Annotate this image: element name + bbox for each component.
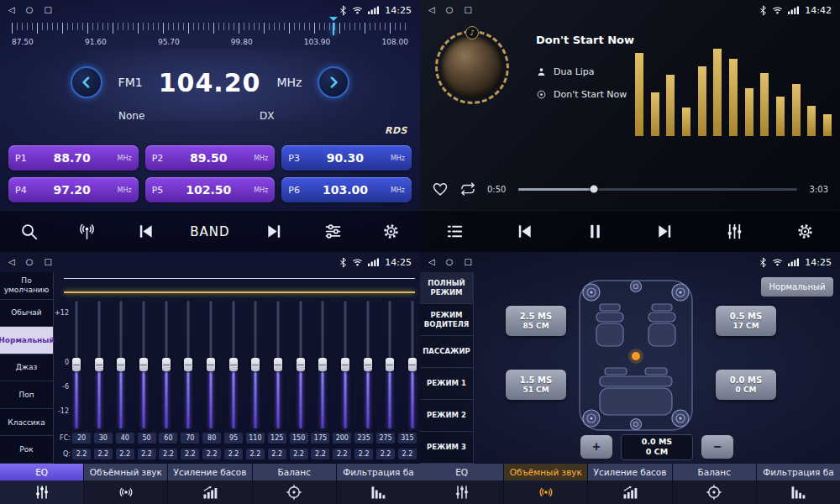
front-left-delay-button[interactable]: 2.5 MS 85 CM <box>506 306 566 336</box>
surround-mode-item-2[interactable]: ПАССАЖИР <box>420 336 473 368</box>
eq-band-slider-30[interactable] <box>95 301 103 428</box>
eq-band-slider-80[interactable] <box>207 301 215 428</box>
band-frequency-value[interactable]: 150 <box>290 433 308 444</box>
mixer-button[interactable] <box>717 215 753 249</box>
band-frequency-value[interactable]: 60 <box>159 433 177 444</box>
slider-handle[interactable] <box>184 358 192 371</box>
seek-bar[interactable] <box>518 188 797 191</box>
home-icon[interactable]: ○ <box>26 258 34 266</box>
slider-handle[interactable] <box>207 358 215 371</box>
band-frequency-value[interactable]: 175 <box>311 433 329 444</box>
slider-handle[interactable] <box>95 358 103 371</box>
tab-surround[interactable]: Объёмный звук <box>84 464 168 504</box>
preset-p4[interactable]: P497.20MHz <box>8 177 139 202</box>
preset-p6[interactable]: P6103.00MHz <box>281 177 412 202</box>
slider-handle[interactable] <box>297 358 305 371</box>
eq-band-slider-175[interactable] <box>318 301 327 428</box>
tune-up-button[interactable] <box>318 66 349 98</box>
recents-icon[interactable]: □ <box>464 258 471 266</box>
eq-band-slider-60[interactable] <box>162 301 171 428</box>
eq-preset-item-5[interactable]: Классика <box>0 409 53 437</box>
eq-preset-item-3[interactable]: Джаз <box>0 354 53 382</box>
slider-handle[interactable] <box>318 358 327 371</box>
pause-button[interactable] <box>576 215 613 249</box>
eq-preset-item-4[interactable]: Поп <box>0 381 53 409</box>
home-icon[interactable]: ○ <box>446 258 454 266</box>
band-q-value[interactable]: 2.2 <box>333 449 351 459</box>
next-track-button[interactable] <box>647 215 684 249</box>
band-frequency-value[interactable]: 50 <box>138 433 156 444</box>
favorite-button[interactable] <box>432 180 450 198</box>
repeat-button[interactable] <box>459 180 478 198</box>
tab-bass-boost[interactable]: Усиление басов <box>588 464 672 504</box>
eq-band-slider-70[interactable] <box>184 301 192 428</box>
frequency-ruler[interactable]: 87.5091.6095.7099.80103.90108.00 <box>12 23 408 53</box>
home-icon[interactable]: ○ <box>446 6 454 14</box>
front-right-delay-button[interactable]: 0.5 MS 17 CM <box>716 306 776 336</box>
band-frequency-value[interactable]: 70 <box>181 433 199 444</box>
band-q-value[interactable]: 2.2 <box>354 449 373 459</box>
tune-down-button[interactable] <box>71 66 102 98</box>
eq-preset-item-6[interactable]: Рок <box>0 436 53 464</box>
eq-band-slider-235[interactable] <box>364 301 372 428</box>
eq-band-slider-315[interactable] <box>408 301 417 428</box>
preset-p5[interactable]: P5102.50MHz <box>145 177 276 202</box>
eq-preset-item-1[interactable]: Обычай <box>0 300 53 328</box>
delay-decrease-button[interactable]: − <box>701 435 733 459</box>
band-q-value[interactable]: 2.2 <box>268 449 286 459</box>
band-q-value[interactable]: 2.2 <box>224 449 243 459</box>
band-q-value[interactable]: 2.2 <box>181 449 199 459</box>
slider-handle[interactable] <box>139 358 148 371</box>
broadcast-button[interactable] <box>69 215 106 249</box>
scan-button[interactable] <box>11 215 48 249</box>
tune-settings-button[interactable] <box>314 215 351 249</box>
seek-bar-knob[interactable] <box>590 186 597 193</box>
rear-left-delay-button[interactable]: 1.5 MS 51 CM <box>506 370 566 400</box>
band-q-value[interactable]: 2.2 <box>246 449 265 459</box>
back-icon[interactable]: ◁ <box>428 258 435 266</box>
eq-band-slider-50[interactable] <box>139 301 148 428</box>
band-frequency-value[interactable]: 315 <box>398 433 417 444</box>
slider-handle[interactable] <box>72 358 81 371</box>
band-q-value[interactable]: 2.2 <box>94 449 113 459</box>
band-q-value[interactable]: 2.2 <box>311 449 329 459</box>
eq-band-slider-20[interactable] <box>72 301 81 428</box>
settings-button[interactable] <box>372 215 409 249</box>
surround-mode-item-4[interactable]: РЕЖИМ 2 <box>420 400 473 432</box>
slider-handle[interactable] <box>386 358 394 371</box>
eq-preset-item-0[interactable]: По умолчанию <box>0 272 53 300</box>
tab-surround[interactable]: Объёмный звук <box>504 464 588 504</box>
tab-bass-boost[interactable]: Усиление басов <box>168 464 252 504</box>
band-q-value[interactable]: 2.2 <box>376 449 395 459</box>
slider-handle[interactable] <box>341 358 349 371</box>
tab-balance[interactable]: Баланс <box>673 464 757 504</box>
eq-band-slider-200[interactable] <box>341 301 349 428</box>
eq-band-slider-40[interactable] <box>117 301 125 428</box>
playlist-button[interactable] <box>437 215 474 249</box>
back-icon[interactable]: ◁ <box>8 258 15 266</box>
slider-handle[interactable] <box>408 358 417 371</box>
band-q-value[interactable]: 2.2 <box>202 449 221 459</box>
tab-filter[interactable]: Фильтрация ба <box>757 464 840 504</box>
eq-band-slider-110[interactable] <box>251 301 260 428</box>
slider-handle[interactable] <box>117 358 125 371</box>
band-frequency-value[interactable]: 110 <box>246 433 265 444</box>
band-frequency-value[interactable]: 40 <box>116 433 134 444</box>
back-icon[interactable]: ◁ <box>428 6 435 14</box>
surround-mode-item-1[interactable]: РЕЖИМ ВОДИТЕЛЯ <box>420 304 473 336</box>
eq-band-slider-150[interactable] <box>297 301 305 428</box>
band-frequency-value[interactable]: 80 <box>202 433 221 444</box>
band-q-value[interactable]: 2.2 <box>290 449 308 459</box>
band-frequency-value[interactable]: 235 <box>354 433 373 444</box>
band-q-value[interactable]: 2.2 <box>159 449 177 459</box>
band-q-value[interactable]: 2.2 <box>398 449 417 459</box>
eq-band-slider-95[interactable] <box>229 301 238 428</box>
surround-mode-item-0[interactable]: ПОЛНЫЙ РЕЖИМ <box>420 272 473 304</box>
home-icon[interactable]: ○ <box>26 6 34 14</box>
slider-handle[interactable] <box>162 358 171 371</box>
band-frequency-value[interactable]: 95 <box>224 433 243 444</box>
delay-increase-button[interactable]: + <box>580 435 612 459</box>
eq-band-slider-125[interactable] <box>274 301 282 428</box>
seek-next-button[interactable] <box>256 215 293 249</box>
band-q-value[interactable]: 2.2 <box>138 449 156 459</box>
